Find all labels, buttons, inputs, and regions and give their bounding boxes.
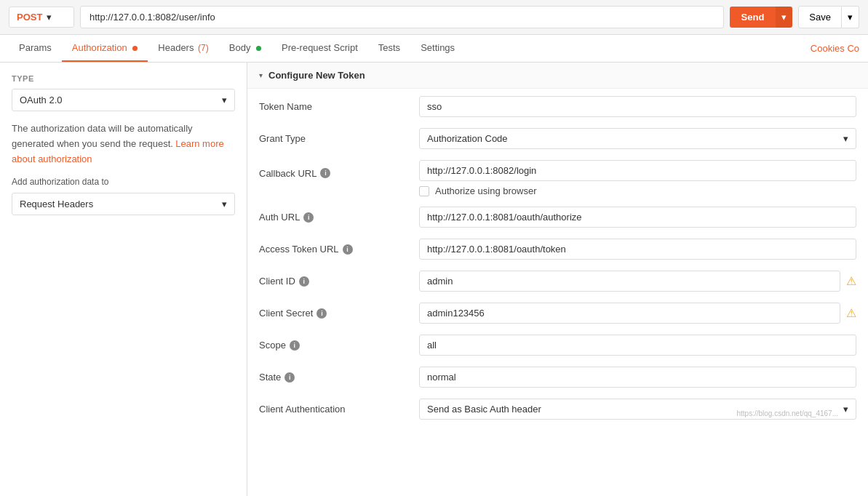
- client-auth-chevron-icon: ▾: [843, 404, 848, 415]
- client-id-warn-icon: ⚠: [846, 274, 856, 288]
- select-client-authentication[interactable]: Send as Basic Auth header ▾ https://blog…: [419, 399, 856, 420]
- add-data-chevron-icon: ▾: [222, 199, 227, 209]
- authorize-browser-label: Authorize using browser: [435, 185, 536, 196]
- auth-url-info-icon[interactable]: i: [303, 212, 314, 223]
- field-callback-url: Callback URL i Authorize using browser: [259, 160, 856, 198]
- tab-settings[interactable]: Settings: [410, 35, 465, 62]
- left-panel: TYPE OAuth 2.0 ▾ The authorization data …: [0, 63, 247, 496]
- type-label: TYPE: [12, 74, 235, 83]
- label-grant-type: Grant Type: [259, 128, 419, 144]
- send-dropdown-button[interactable]: ▾: [776, 7, 792, 28]
- label-callback-url: Callback URL i: [259, 163, 419, 179]
- state-info-icon[interactable]: i: [284, 372, 295, 383]
- field-access-token-url: Access Token URL i: [259, 239, 856, 262]
- field-scope: Scope i: [259, 335, 856, 358]
- add-data-value: Request Headers: [20, 199, 93, 209]
- field-grant-type: Grant Type Authorization Code ▾: [259, 128, 856, 151]
- url-input[interactable]: [80, 6, 724, 28]
- input-state[interactable]: [419, 367, 856, 388]
- tab-authorization[interactable]: Authorization: [62, 35, 148, 62]
- add-data-label: Add authorization data to: [12, 177, 235, 187]
- input-token-name[interactable]: [419, 96, 856, 117]
- label-client-id: Client ID i: [259, 271, 419, 287]
- authorization-dot: [132, 46, 138, 51]
- authorize-browser-checkbox[interactable]: [419, 186, 429, 196]
- field-client-authentication: Client Authentication Send as Basic Auth…: [259, 399, 856, 422]
- main-content: TYPE OAuth 2.0 ▾ The authorization data …: [0, 63, 868, 496]
- type-select[interactable]: OAuth 2.0 ▾: [12, 89, 235, 111]
- label-auth-url: Auth URL i: [259, 207, 419, 223]
- client-id-wrapper: ⚠: [419, 271, 856, 292]
- configure-header[interactable]: ▾ Configure New Token: [247, 63, 868, 89]
- method-select[interactable]: POST ▾: [9, 7, 74, 28]
- input-auth-url[interactable]: [419, 207, 856, 228]
- select-grant-type[interactable]: Authorization Code ▾: [419, 128, 856, 149]
- label-state: State i: [259, 367, 419, 383]
- field-auth-url: Auth URL i: [259, 207, 856, 230]
- field-token-name: Token Name: [259, 96, 856, 119]
- authorize-browser-row: Authorize using browser: [419, 185, 536, 196]
- add-data-select[interactable]: Request Headers ▾: [12, 193, 235, 215]
- client-secret-warn-icon: ⚠: [846, 306, 856, 320]
- top-bar: POST ▾ Send ▾ Save ▾: [0, 0, 868, 35]
- client-secret-info-icon[interactable]: i: [316, 308, 327, 319]
- type-value: OAuth 2.0: [20, 95, 63, 105]
- auth-info-text: The authorization data will be automatic…: [12, 121, 235, 167]
- callback-url-info-icon[interactable]: i: [320, 168, 330, 178]
- configure-collapse-icon: ▾: [259, 71, 263, 79]
- input-access-token-url[interactable]: [419, 239, 856, 260]
- input-callback-url[interactable]: [419, 160, 856, 181]
- label-scope: Scope i: [259, 335, 419, 351]
- send-button[interactable]: Send: [730, 7, 776, 28]
- client-id-info-icon[interactable]: i: [299, 276, 309, 287]
- grant-type-chevron-icon: ▾: [843, 133, 848, 144]
- label-client-secret: Client Secret i: [259, 303, 419, 319]
- tabs-bar: Params Authorization Headers (7) Body Pr…: [0, 35, 868, 63]
- type-chevron-icon: ▾: [222, 95, 227, 105]
- label-token-name: Token Name: [259, 96, 419, 112]
- input-client-secret[interactable]: [419, 303, 840, 324]
- field-state: State i: [259, 367, 856, 390]
- cookies-link[interactable]: Cookies Co: [811, 43, 859, 54]
- headers-badge: (7): [198, 43, 209, 53]
- form-section: Token Name Grant Type Authorization Code…: [247, 89, 868, 438]
- access-token-url-info-icon[interactable]: i: [343, 244, 353, 255]
- field-client-secret: Client Secret i ⚠: [259, 303, 856, 326]
- client-secret-wrapper: ⚠: [419, 303, 856, 324]
- input-scope[interactable]: [419, 335, 856, 356]
- tab-body[interactable]: Body: [219, 35, 271, 62]
- save-dropdown-button[interactable]: ▾: [842, 6, 859, 28]
- tab-prerequest[interactable]: Pre-request Script: [271, 35, 368, 62]
- label-client-authentication: Client Authentication: [259, 399, 419, 415]
- right-panel: ▾ Configure New Token Token Name Grant T…: [247, 63, 868, 496]
- tab-params[interactable]: Params: [9, 35, 62, 62]
- label-access-token-url: Access Token URL i: [259, 239, 419, 255]
- scope-info-icon[interactable]: i: [290, 340, 300, 351]
- tab-tests[interactable]: Tests: [368, 35, 410, 62]
- body-dot: [256, 46, 261, 51]
- configure-title: Configure New Token: [268, 70, 365, 81]
- field-client-id: Client ID i ⚠: [259, 271, 856, 294]
- input-client-id[interactable]: [419, 271, 840, 292]
- method-chevron-icon: ▾: [47, 12, 52, 23]
- save-button[interactable]: Save: [798, 6, 842, 28]
- tab-headers[interactable]: Headers (7): [148, 35, 218, 62]
- method-label: POST: [17, 12, 42, 23]
